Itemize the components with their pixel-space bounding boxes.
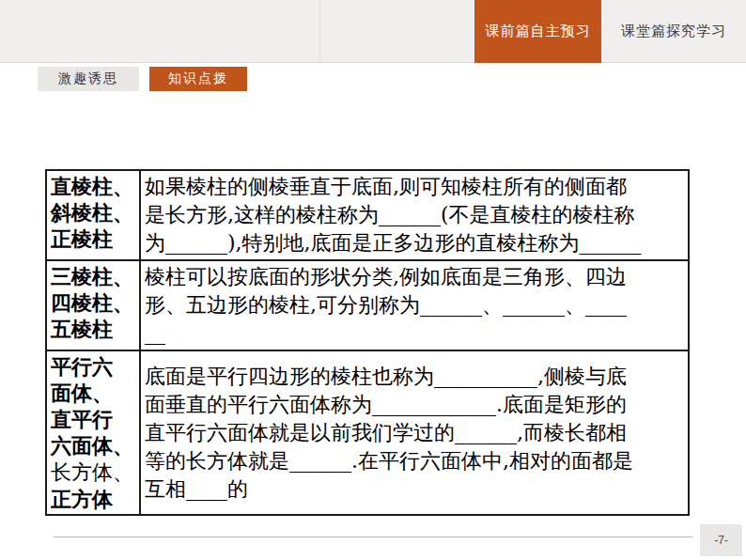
button-interest-arousal[interactable]: 激趣诱思	[38, 67, 139, 91]
table-row-prism-types: 直棱柱、 斜棱柱、 正棱柱 如果棱柱的侧棱垂直于底面,则可知棱柱所有的侧面都 是…	[46, 170, 689, 260]
term-cell: 平行六 面体、 直平行 六面体、 长方体、 正方体	[46, 350, 140, 515]
table-row-prism-by-base: 三棱柱、 四棱柱、 五棱柱 棱柱可以按底面的形状分类,例如底面是三角形、四边 形…	[46, 260, 689, 350]
top-nav-bar: 课前篇自主预习 课堂篇探究学习	[0, 0, 746, 63]
knowledge-table: 直棱柱、 斜棱柱、 正棱柱 如果棱柱的侧棱垂直于底面,则可知棱柱所有的侧面都 是…	[45, 169, 690, 516]
term-cell: 直棱柱、 斜棱柱、 正棱柱	[46, 170, 140, 260]
table-row-parallelepiped: 平行六 面体、 直平行 六面体、 长方体、 正方体 底面是平行四边形的棱柱也称为…	[46, 350, 689, 515]
tab-pre-class-preview[interactable]: 课前篇自主预习	[474, 0, 601, 63]
term-part-bold: 正方体	[51, 487, 113, 511]
definition-cell: 底面是平行四边形的棱柱也称为__________,侧棱与底 面垂直的平行六面体称…	[140, 350, 689, 515]
slide: 课前篇自主预习 课堂篇探究学习 激趣诱思 知识点拨 直棱柱、 斜棱柱、 正棱柱 …	[0, 0, 746, 560]
term-cell: 三棱柱、 四棱柱、 五棱柱	[46, 260, 140, 350]
definition-cell: 如果棱柱的侧棱垂直于底面,则可知棱柱所有的侧面都 是长方形,这样的棱柱称为___…	[140, 170, 689, 260]
page-number: -7-	[700, 524, 742, 556]
footer-divider	[54, 537, 692, 537]
topbar-divider	[319, 0, 320, 62]
definition-cell: 棱柱可以按底面的形状分类,例如底面是三角形、四边 形、五边形的棱柱,可分别称为_…	[140, 260, 689, 350]
button-knowledge-points[interactable]: 知识点拨	[149, 67, 247, 91]
term-part-bold: 平行六 面体、 直平行 六面体、	[51, 354, 133, 458]
tab-in-class-study[interactable]: 课堂篇探究学习	[601, 0, 746, 63]
term-part-regular: 长方体、	[51, 460, 133, 484]
